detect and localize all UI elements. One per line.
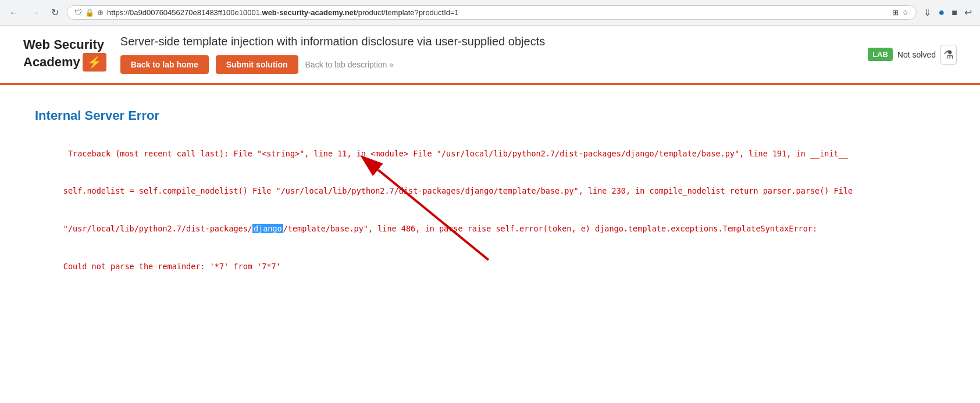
notification-icon[interactable]: ● [936, 4, 947, 21]
error-traceback: Traceback (most recent call last): File … [35, 135, 945, 286]
url-domain: web-security-academy.net [262, 8, 357, 17]
back-to-lab-home-button[interactable]: Back to lab home [120, 55, 209, 74]
traceback-line4: Could not parse the remainder: '*7' from… [63, 262, 281, 271]
site-header: Web Security Academy⚡ Server-side templa… [0, 26, 980, 85]
toolbar-icons: ⇓ ● ■ ↩ [921, 4, 974, 21]
security-icons: 🛡 🔒 ⊕ [74, 8, 104, 17]
address-bar[interactable]: 🛡 🔒 ⊕ https://0a9d00760456270e81483ff100… [67, 5, 917, 20]
undo-icon[interactable]: ↩ [962, 5, 974, 20]
submit-solution-button[interactable]: Submit solution [216, 55, 298, 74]
error-title: Internal Server Error [35, 108, 945, 123]
traceback-line3-prefix: "/usr/local/lib/python2.7/dist-packages/ [63, 224, 252, 233]
flask-icon[interactable]: ⚗ [940, 45, 957, 65]
error-container: Traceback (most recent call last): File … [35, 135, 945, 286]
url-path: /product/template?productId=1 [356, 8, 459, 17]
lab-badge: LAB [868, 48, 893, 61]
shield-icon: 🛡 [74, 8, 82, 17]
traceback-line1: Traceback (most recent call last): File … [63, 149, 848, 158]
traceback-line3-suffix: /template/base.py", line 486, in parse r… [283, 224, 817, 233]
logo-icon: ⚡ [83, 53, 106, 72]
header-actions: Back to lab home Submit solution Back to… [120, 55, 854, 74]
forward-button[interactable]: → [27, 5, 43, 20]
download-icon[interactable]: ⇓ [921, 5, 933, 20]
url-prefix: https://0a9d00760456270e81483ff100e10001… [107, 8, 262, 17]
lock-icon: 🔒 [85, 8, 94, 17]
extensions-icon[interactable]: ■ [949, 5, 960, 20]
browser-chrome: ← → ↻ 🛡 🔒 ⊕ https://0a9d00760456270e8148… [0, 0, 980, 26]
header-right: LAB Not solved ⚗ [868, 45, 957, 65]
back-button[interactable]: ← [6, 5, 22, 20]
logo-area: Web Security Academy⚡ [23, 37, 106, 71]
lab-title: Server-side template injection with info… [120, 35, 854, 48]
not-solved-status: Not solved [897, 50, 936, 59]
django-highlight: django [252, 224, 283, 233]
url-display: https://0a9d00760456270e81483ff100e10001… [107, 8, 889, 17]
logo-text: Web Security Academy⚡ [23, 37, 106, 71]
back-to-description-link[interactable]: Back to lab description » [305, 60, 394, 69]
bookmark-icon: ☆ [902, 8, 909, 17]
main-content: Internal Server Error Traceback (most re… [0, 85, 980, 309]
tracking-icon: ⊕ [97, 8, 104, 17]
header-content: Server-side template injection with info… [120, 35, 854, 74]
qr-icon: ⊞ [892, 8, 899, 17]
reload-button[interactable]: ↻ [48, 5, 62, 20]
traceback-line2: self.nodelist = self.compile_nodelist() … [63, 186, 853, 195]
